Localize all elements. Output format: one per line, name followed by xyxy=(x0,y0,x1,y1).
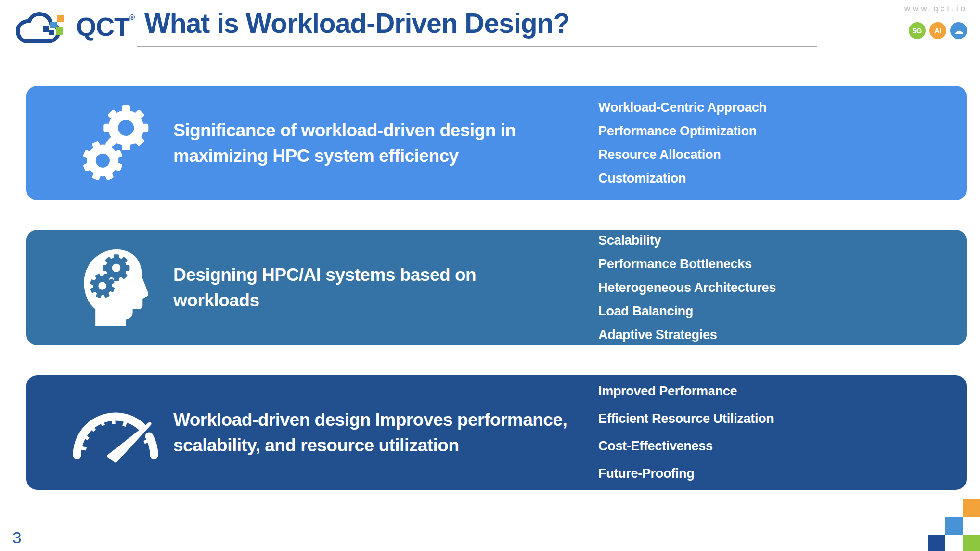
band-item-list: Scalability Performance Bottlenecks Hete… xyxy=(598,230,954,345)
ai-badge: AI xyxy=(929,22,946,39)
corner-square-navy xyxy=(928,535,945,551)
logo-text: QCT xyxy=(76,8,129,45)
slide: QCT ® What is Workload-Driven Design? ww… xyxy=(0,0,980,551)
band-heading: Workload-driven design Improves performa… xyxy=(173,375,568,490)
list-item: Customization xyxy=(598,167,954,190)
5g-badge: 5G xyxy=(909,22,926,39)
page-title: What is Workload-Driven Design? xyxy=(144,5,818,41)
qct-cloud-logo-icon xyxy=(13,8,75,46)
band-improves: Workload-driven design Improves performa… xyxy=(26,375,967,490)
list-item: Resource Allocation xyxy=(598,143,954,167)
band-designing: Designing HPC/AI systems based on worklo… xyxy=(26,230,967,345)
band-item-list: Workload-Centric Approach Performance Op… xyxy=(598,86,954,200)
list-item: Cost-Effectiveness xyxy=(598,433,954,460)
title-underline xyxy=(137,46,817,47)
list-item: Efficient Resource Utilization xyxy=(598,405,954,433)
gears-icon xyxy=(60,86,171,200)
registered-mark: ® xyxy=(129,8,135,27)
page-number: 3 xyxy=(13,529,21,547)
corner-square-orange xyxy=(963,499,980,517)
band-heading: Significance of workload-driven design i… xyxy=(173,86,582,200)
list-item: Load Balancing xyxy=(598,300,954,323)
band-item-list: Improved Performance Efficient Resource … xyxy=(598,375,954,490)
corner-square-green xyxy=(963,535,980,551)
website-link[interactable]: www.qct.io xyxy=(904,4,967,13)
list-item: Scalability xyxy=(598,229,954,252)
list-item: Improved Performance xyxy=(598,378,954,405)
speedometer-icon xyxy=(60,375,171,490)
head-gears-icon xyxy=(60,230,171,345)
band-significance: Significance of workload-driven design i… xyxy=(26,86,967,200)
list-item: Workload-Centric Approach xyxy=(598,96,954,119)
cloud-badge-icon: ☁ xyxy=(950,22,967,39)
list-item: Heterogeneous Architectures xyxy=(598,276,954,300)
brand-badges: 5G AI ☁ xyxy=(909,22,967,39)
list-item: Performance Bottlenecks xyxy=(598,252,954,276)
list-item: Adaptive Strategies xyxy=(598,323,954,347)
list-item: Performance Optimization xyxy=(598,119,954,143)
band-heading: Designing HPC/AI systems based on worklo… xyxy=(173,230,510,345)
list-item: Future-Proofing xyxy=(598,460,954,487)
corner-square-blue xyxy=(945,517,963,535)
qct-logo: QCT ® xyxy=(13,8,135,46)
